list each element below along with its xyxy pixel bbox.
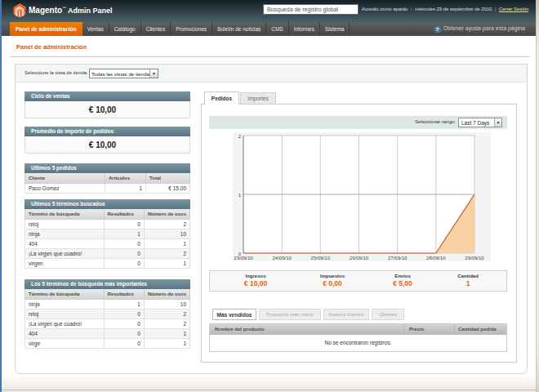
svg-text:29/09/10: 29/09/10: [465, 256, 484, 261]
svg-text:27/09/10: 27/09/10: [388, 256, 408, 261]
svg-text:24/09/10: 24/09/10: [273, 256, 292, 261]
svg-text:25/09/10: 25/09/10: [311, 256, 331, 261]
svg-text:28/09/10: 28/09/10: [426, 256, 446, 261]
svg-text:26/09/10: 26/09/10: [350, 256, 369, 261]
svg-text:23/09/10: 23/09/10: [234, 256, 253, 261]
